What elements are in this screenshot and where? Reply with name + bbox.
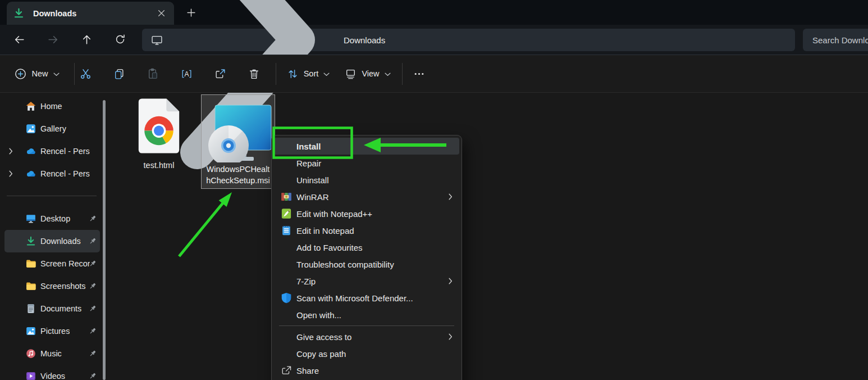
file-msi-selected[interactable]: WindowsPCHealt hCheckSetup.msi: [201, 94, 275, 189]
refresh-button[interactable]: [112, 31, 128, 47]
chevron-down-icon: [323, 73, 330, 76]
new-button-label: New: [31, 69, 48, 78]
expand-chevron-icon[interactable]: [9, 170, 13, 177]
sidebar-item-screenshots[interactable]: Screenshots: [4, 275, 100, 297]
back-button[interactable]: [11, 31, 27, 47]
menu-item-edit-with-notepad[interactable]: Edit with Notepad++: [274, 205, 459, 222]
menu-item-label: 7-Zip: [296, 277, 316, 286]
menu-item-troubleshoot-compatibility[interactable]: Troubleshoot compatibility: [274, 256, 459, 273]
share-button[interactable]: [209, 62, 231, 85]
menu-item-label: Give access to: [296, 332, 351, 342]
downloads-icon: [13, 8, 24, 19]
submenu-chevron-icon: [449, 278, 453, 284]
forward-button[interactable]: [45, 31, 61, 47]
toolbar-separator: [276, 63, 276, 85]
menu-item-share[interactable]: Share: [274, 362, 459, 379]
menu-item-label: WinRAR: [296, 192, 329, 202]
pin-icon: [89, 305, 97, 313]
menu-item-install[interactable]: Install: [274, 138, 459, 155]
annotation-arrow-diagonal: [179, 202, 223, 256]
pin-icon: [89, 237, 97, 245]
tab-downloads[interactable]: Downloads: [7, 2, 174, 25]
sidebar-item-desktop[interactable]: Desktop: [4, 207, 100, 230]
submenu-chevron-icon: [449, 333, 453, 340]
sort-button[interactable]: Sort: [282, 62, 335, 85]
sidebar-item-downloads[interactable]: Downloads: [4, 230, 100, 252]
close-tab-icon[interactable]: [154, 6, 168, 21]
more-options-button[interactable]: [408, 62, 430, 85]
documents-icon: [26, 304, 36, 314]
rename-button[interactable]: A: [175, 62, 198, 85]
videos-icon: [26, 371, 36, 380]
menu-item-edit-in-notepad[interactable]: Edit in Notepad: [274, 222, 459, 239]
sidebar-divider: [0, 185, 112, 207]
menu-item-7-zip[interactable]: 7-Zip: [274, 273, 459, 289]
expand-chevron-icon[interactable]: [9, 148, 13, 155]
menu-item-label: Share: [296, 366, 319, 376]
delete-button[interactable]: [243, 62, 265, 85]
sidebar-item-rencel-persona[interactable]: Rencel - Persona: [4, 162, 100, 185]
notepad-plus-plus-icon: [281, 208, 292, 219]
sidebar-item-label: Music: [40, 349, 62, 358]
sidebar-item-videos[interactable]: Videos: [4, 365, 100, 380]
sidebar-item-label: Gallery: [40, 124, 66, 133]
sidebar-item-label: Screen Recor: [40, 259, 90, 268]
menu-item-repair[interactable]: Repair: [274, 155, 459, 171]
navigation-pane: HomeGalleryRencel - PersonaRencel - Pers…: [0, 93, 112, 380]
menu-item-scan-with-microsoft-defender[interactable]: Scan with Microsoft Defender...: [274, 289, 459, 306]
chevron-down-icon: [53, 73, 60, 76]
copy-button[interactable]: [108, 62, 130, 85]
sidebar-item-home[interactable]: Home: [4, 95, 100, 117]
new-button[interactable]: New: [9, 62, 65, 85]
menu-item-label: Add to Favourites: [296, 243, 363, 252]
sidebar-item-pictures[interactable]: Pictures: [4, 320, 100, 342]
tab-label: Downloads: [33, 9, 154, 18]
up-button[interactable]: [79, 31, 94, 47]
search-input[interactable]: Search Downloads: [803, 29, 868, 51]
sidebar-scrollbar[interactable]: [103, 100, 106, 380]
menu-item-add-to-favourites[interactable]: Add to Favourites: [274, 239, 459, 256]
menu-item-copy-as-path[interactable]: Copy as path: [274, 345, 459, 362]
sidebar-item-documents[interactable]: Documents: [4, 297, 100, 320]
menu-item-label: Open with...: [296, 310, 341, 320]
address-bar[interactable]: Downloads: [142, 29, 795, 51]
paste-button[interactable]: [141, 62, 164, 85]
folder-icon: [26, 259, 36, 269]
view-icon: [345, 68, 357, 80]
view-button[interactable]: View: [340, 62, 395, 85]
menu-item-label: Copy as path: [296, 349, 346, 359]
menu-item-label: Troubleshoot compatibility: [296, 260, 394, 269]
chevron-down-icon: [385, 73, 391, 76]
menu-item-winrar[interactable]: WinRAR: [274, 188, 459, 205]
sidebar-item-screen-recor[interactable]: Screen Recor: [4, 252, 100, 275]
folder-icon: [26, 281, 36, 291]
downloads-icon: [26, 236, 36, 246]
onedrive-cloud-icon: [26, 169, 36, 179]
msi-installer-file-icon: [207, 103, 272, 162]
context-menu: InstallRepairUninstallWinRAREdit with No…: [271, 135, 462, 380]
menu-item-label: Repair: [296, 159, 321, 168]
sidebar-item-gallery[interactable]: Gallery: [4, 117, 100, 140]
sidebar-item-music[interactable]: Music: [4, 342, 100, 365]
notepad-icon: [281, 225, 292, 236]
menu-item-open-with[interactable]: Open with...: [274, 306, 459, 323]
sidebar-item-label: Rencel - Persona: [40, 147, 90, 156]
this-pc-icon[interactable]: [151, 35, 163, 46]
file-name-label: test.html: [144, 160, 175, 171]
home-icon: [26, 101, 36, 111]
file-test-html[interactable]: test.html: [130, 97, 188, 171]
breadcrumb[interactable]: Downloads: [344, 35, 385, 45]
sidebar-item-label: Videos: [40, 372, 65, 380]
menu-item-give-access-to[interactable]: Give access to: [274, 328, 459, 345]
onedrive-cloud-icon: [26, 146, 36, 156]
sort-icon: [287, 68, 299, 80]
file-explorer-window: Downloads Downloads Search Downloads New: [0, 0, 868, 380]
file-name-label: WindowsPCHealt hCheckSetup.msi: [202, 164, 275, 186]
cut-button[interactable]: [74, 62, 97, 85]
sort-button-label: Sort: [304, 69, 319, 78]
sidebar-item-rencel-persona[interactable]: Rencel - Persona: [4, 140, 100, 162]
pin-icon: [89, 282, 97, 290]
menu-item-uninstall[interactable]: Uninstall: [274, 171, 459, 188]
annotation-arrowhead-diagonal: [219, 192, 232, 207]
share-menu-icon: [281, 365, 292, 376]
